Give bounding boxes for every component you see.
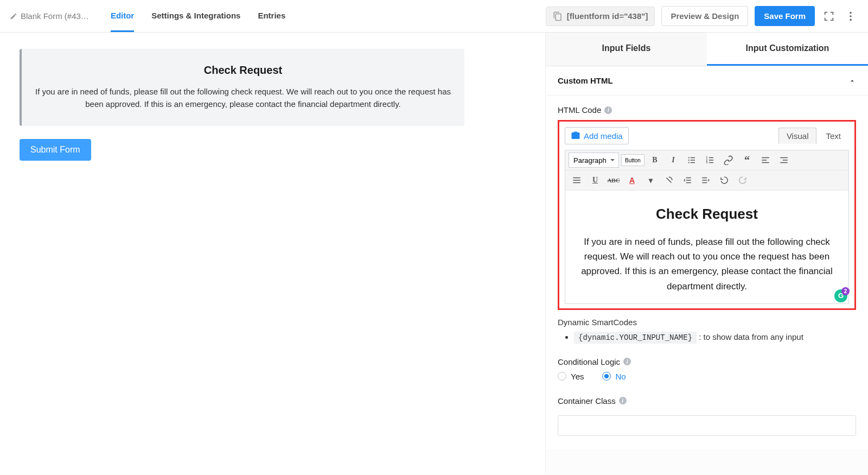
tab-visual[interactable]: Visual (778, 128, 817, 144)
svg-point-1 (850, 15, 852, 17)
info-icon[interactable]: i (619, 397, 627, 404)
svg-rect-19 (783, 160, 788, 161)
clear-format-button[interactable] (661, 173, 677, 188)
svg-rect-17 (762, 162, 769, 163)
bullet-list-button[interactable] (684, 153, 700, 168)
outdent-button[interactable] (679, 173, 695, 188)
editor-content[interactable]: Check Request If you are in need of fund… (565, 191, 848, 303)
color-dropdown[interactable]: ▾ (642, 173, 659, 188)
svg-rect-23 (573, 182, 580, 183)
editor-toolbar-2: U ABC A ▾ (565, 170, 848, 191)
svg-rect-6 (691, 160, 695, 161)
tab-text[interactable]: Text (818, 128, 849, 144)
undo-button[interactable] (716, 173, 732, 188)
save-button[interactable]: Save Form (755, 6, 815, 26)
link-button[interactable] (720, 153, 737, 168)
number-list-button[interactable]: 123 (702, 153, 718, 168)
conditional-logic-section: Conditional Logic i Yes No (558, 357, 856, 381)
svg-rect-21 (573, 178, 580, 179)
radio-no[interactable]: No (602, 372, 626, 381)
svg-point-5 (688, 160, 690, 161)
info-icon[interactable]: i (623, 358, 631, 365)
smartcodes-title: Dynamic SmartCodes (558, 318, 856, 327)
grammarly-count: 2 (841, 287, 850, 295)
svg-text:3: 3 (706, 161, 707, 164)
svg-rect-20 (780, 162, 788, 163)
indent-button[interactable] (698, 173, 714, 188)
shortcode-text: [fluentform id="438"] (567, 11, 648, 21)
editor-mode-tabs: Visual Text (778, 128, 849, 144)
svg-rect-12 (709, 160, 713, 161)
html-block[interactable]: Check Request If you are in need of fund… (20, 49, 464, 126)
form-canvas: Check Request If you are in need of fund… (0, 33, 546, 475)
panel-header[interactable]: Custom HTML (546, 66, 868, 96)
container-class-section: Container Class i (558, 396, 856, 436)
svg-rect-27 (702, 178, 707, 179)
main-tabs: Editor Settings & Integrations Entries (111, 0, 285, 32)
underline-button[interactable]: U (587, 173, 603, 188)
italic-button[interactable]: I (665, 153, 681, 168)
container-class-label: Container Class i (558, 396, 856, 406)
svg-point-7 (688, 162, 690, 163)
grammarly-icon[interactable]: G2 (834, 289, 847, 302)
insert-button-btn[interactable]: Button (621, 154, 644, 166)
conditional-logic-label: Conditional Logic i (558, 357, 856, 366)
conditional-radio-row: Yes No (558, 372, 856, 381)
add-media-button[interactable]: Add media (565, 127, 629, 144)
smartcode-desc: : to show data from any input (699, 332, 803, 341)
submit-wrap: Submit Form (20, 139, 526, 161)
bold-button[interactable]: B (647, 153, 663, 168)
breadcrumb[interactable]: Blank Form (#43… (10, 11, 89, 21)
align-justify-button[interactable] (569, 173, 585, 188)
html-code-label: HTML Code i (558, 105, 856, 115)
radio-dot (558, 372, 566, 381)
radio-yes[interactable]: Yes (558, 372, 584, 381)
editor-paragraph: If you are in need of funds, please fill… (578, 235, 835, 294)
svg-point-2 (850, 18, 852, 21)
fullscreen-icon (823, 10, 835, 22)
preview-button[interactable]: Preview & Design (661, 6, 748, 26)
redo-button[interactable] (735, 173, 751, 188)
tab-entries[interactable]: Entries (258, 0, 285, 32)
format-select[interactable]: Paragraph (569, 153, 619, 168)
quote-button[interactable]: “ (739, 153, 755, 168)
tab-input-customization[interactable]: Input Customization (707, 33, 868, 66)
tab-editor[interactable]: Editor (111, 0, 134, 32)
container-class-input[interactable] (558, 415, 856, 436)
strike-button[interactable]: ABC (605, 173, 622, 188)
tab-input-fields[interactable]: Input Fields (546, 33, 707, 66)
editor-toolbar-1: Paragraph Button B I 123 “ (565, 150, 848, 170)
media-icon (571, 131, 580, 141)
chevron-up-icon (848, 77, 856, 85)
block-title: Check Request (35, 64, 451, 77)
copy-icon (553, 11, 563, 21)
fullscreen-button[interactable] (821, 9, 837, 24)
tab-settings[interactable]: Settings & Integrations (151, 0, 240, 32)
sidebar-tabs: Input Fields Input Customization (546, 33, 868, 66)
shortcode-button[interactable]: [fluentform id="438"] (546, 7, 655, 26)
align-left-button[interactable] (757, 153, 774, 168)
block-text: If you are in need of funds, please fill… (35, 85, 451, 111)
panel-title: Custom HTML (558, 76, 613, 85)
info-icon[interactable]: i (604, 106, 612, 114)
sidebar: Input Fields Input Customization Custom … (546, 33, 868, 475)
svg-rect-14 (709, 162, 713, 163)
text-color-button[interactable]: A (624, 173, 640, 188)
panel-body: HTML Code i Add media Visual Text (546, 96, 868, 449)
smartcode-item: {dynamic.YOUR_INPUT_NAME} : to show data… (574, 332, 856, 342)
svg-rect-29 (702, 182, 707, 183)
html-code-editor-highlight: Add media Visual Text Paragraph Button B… (558, 120, 856, 310)
svg-point-0 (850, 11, 852, 14)
main-area: Check Request If you are in need of fund… (0, 33, 868, 475)
svg-rect-16 (762, 160, 767, 161)
svg-rect-24 (686, 178, 691, 179)
svg-point-3 (688, 157, 690, 158)
pencil-icon (10, 12, 17, 20)
submit-button[interactable]: Submit Form (20, 139, 91, 161)
svg-rect-25 (686, 180, 691, 181)
editor-heading: Check Request (578, 206, 835, 223)
smartcode-code: {dynamic.YOUR_INPUT_NAME} (574, 332, 697, 344)
svg-rect-4 (691, 157, 695, 159)
align-right-button[interactable] (776, 153, 792, 168)
more-button[interactable] (843, 9, 858, 24)
